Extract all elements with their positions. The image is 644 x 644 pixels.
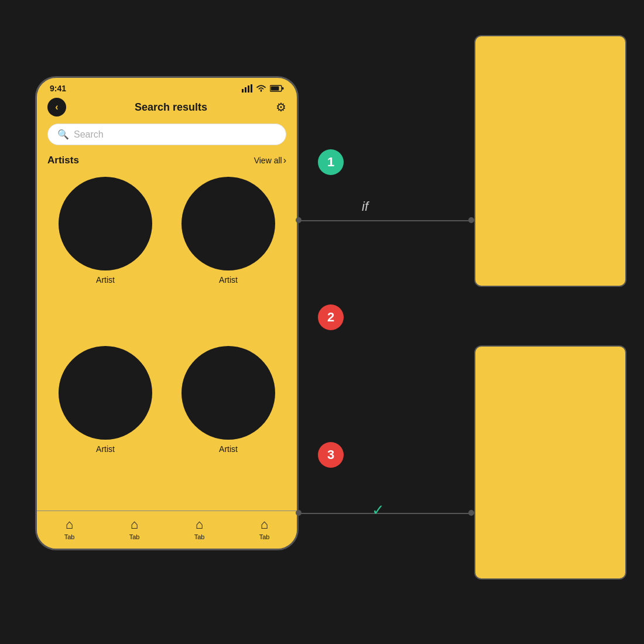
section-header: Artists View all › xyxy=(37,152,297,172)
home-icon: ⌂ xyxy=(196,517,203,532)
svg-rect-6 xyxy=(271,87,279,91)
tab-label-3: Tab xyxy=(194,533,205,540)
status-icons xyxy=(242,84,284,93)
home-icon: ⌂ xyxy=(131,517,138,532)
phone-mockup: 9:41 ‹ xyxy=(35,76,299,550)
chevron-right-icon: › xyxy=(283,155,286,166)
badge-3: 3 xyxy=(318,442,344,468)
tab-item-1[interactable]: ⌂ Tab xyxy=(64,517,75,540)
search-bar[interactable]: 🔍 Search xyxy=(47,124,286,145)
if-label: if xyxy=(362,199,368,214)
artist-name: Artist xyxy=(219,275,238,285)
settings-button[interactable]: ⚙ xyxy=(276,100,286,114)
wifi-icon xyxy=(256,84,266,93)
connector-line-bottom xyxy=(299,513,471,514)
artist-item[interactable]: Artist xyxy=(167,341,290,511)
artist-avatar xyxy=(181,346,275,440)
tab-item-2[interactable]: ⌂ Tab xyxy=(129,517,140,540)
check-label: ✓ xyxy=(372,501,385,519)
tab-item-3[interactable]: ⌂ Tab xyxy=(194,517,205,540)
back-button[interactable]: ‹ xyxy=(47,98,66,117)
status-time: 9:41 xyxy=(50,84,66,93)
search-icon: 🔍 xyxy=(57,129,69,140)
svg-rect-2 xyxy=(248,85,249,93)
search-placeholder: Search xyxy=(74,129,104,140)
artist-item[interactable]: Artist xyxy=(44,341,167,511)
back-icon: ‹ xyxy=(55,102,58,112)
artist-item[interactable]: Artist xyxy=(44,172,167,341)
svg-rect-1 xyxy=(245,87,246,93)
artist-avatar xyxy=(59,346,152,440)
tab-label-2: Tab xyxy=(129,533,140,540)
tab-label-1: Tab xyxy=(64,533,75,540)
bottom-tabs: ⌂ Tab ⌂ Tab ⌂ Tab ⌂ Tab xyxy=(37,511,297,549)
status-bar: 9:41 xyxy=(37,78,297,95)
badge-1: 1 xyxy=(318,149,344,175)
artist-item[interactable]: Artist xyxy=(167,172,290,341)
right-panel-bottom xyxy=(474,345,626,580)
home-icon: ⌂ xyxy=(66,517,73,532)
battery-icon xyxy=(270,84,284,93)
svg-point-4 xyxy=(261,90,262,92)
top-nav: ‹ Search results ⚙ xyxy=(37,95,297,122)
connector-dot xyxy=(296,510,302,516)
connector-dot xyxy=(468,510,474,516)
connector-line-top xyxy=(299,220,471,221)
artist-name: Artist xyxy=(96,275,115,285)
connector-dot xyxy=(468,217,474,223)
home-icon: ⌂ xyxy=(261,517,268,532)
page-title: Search results xyxy=(135,101,207,114)
view-all-button[interactable]: View all › xyxy=(254,155,286,166)
artist-name: Artist xyxy=(219,444,238,454)
artist-avatar xyxy=(181,177,275,270)
view-all-label: View all xyxy=(254,156,282,165)
tab-label-4: Tab xyxy=(259,533,270,540)
section-title: Artists xyxy=(47,155,79,166)
svg-rect-0 xyxy=(242,89,244,93)
artists-grid: Artist Artist Artist Artist xyxy=(37,172,297,511)
connector-dot xyxy=(296,217,302,223)
svg-rect-7 xyxy=(282,87,284,90)
tab-item-4[interactable]: ⌂ Tab xyxy=(259,517,270,540)
signal-icon xyxy=(242,84,252,93)
artist-avatar xyxy=(59,177,152,270)
right-panel-top xyxy=(474,35,626,287)
svg-rect-3 xyxy=(251,84,252,93)
artist-name: Artist xyxy=(96,444,115,454)
badge-2: 2 xyxy=(318,304,344,330)
